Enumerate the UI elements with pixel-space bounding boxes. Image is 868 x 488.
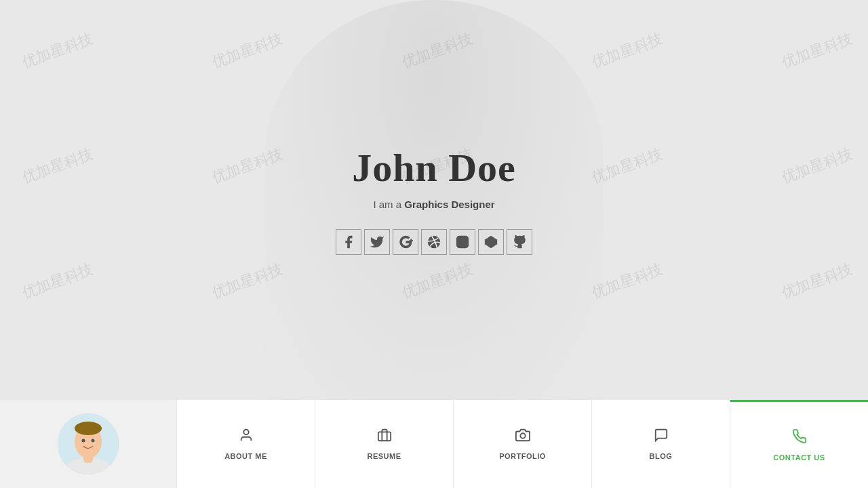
nav-item-blog[interactable]: BLOG	[591, 400, 730, 488]
social-icons-container	[336, 229, 532, 255]
hero-name: John Doe	[336, 145, 532, 190]
chat-icon	[654, 428, 669, 447]
instagram-icon	[455, 235, 470, 249]
google-plus-icon	[398, 235, 413, 249]
hero-subtitle: I am a Graphics Designer	[336, 199, 532, 210]
github-icon-button[interactable]	[507, 229, 532, 255]
nav-item-resume[interactable]: RESUME	[315, 400, 453, 488]
nav-item-about[interactable]: ABOUT ME	[176, 400, 315, 488]
briefcase-icon	[377, 428, 392, 447]
camera-icon	[515, 428, 530, 447]
github-icon	[512, 235, 527, 249]
person-icon	[239, 428, 254, 447]
hero-content: John Doe I am a Graphics Designer	[336, 145, 532, 255]
phone-icon	[792, 429, 807, 448]
hero-section: 优加星科技 优加星科技 优加星科技 优加星科技 优加星科技 优加星科技 优加星科…	[0, 0, 868, 400]
svg-rect-1	[456, 236, 469, 248]
avatar-svg	[58, 413, 119, 474]
nav-item-blog-label: BLOG	[650, 452, 673, 460]
svg-rect-13	[378, 432, 390, 441]
nav-bar: ABOUT ME RESUME PORTFOLIO	[0, 400, 868, 488]
google-plus-icon-button[interactable]	[393, 229, 418, 255]
twitter-icon-button[interactable]	[364, 229, 390, 255]
codepen-icon-button[interactable]	[478, 229, 504, 255]
svg-point-14	[520, 433, 525, 438]
svg-point-11	[92, 439, 95, 443]
instagram-icon-button[interactable]	[450, 229, 475, 255]
facebook-icon	[341, 235, 356, 249]
nav-item-contact[interactable]: CONTACT US	[730, 400, 868, 488]
nav-item-portfolio-label: PORTFOLIO	[499, 452, 546, 460]
nav-item-about-label: ABOUT ME	[224, 452, 267, 460]
svg-point-9	[75, 422, 102, 435]
codepen-icon	[484, 235, 498, 249]
twitter-icon	[370, 235, 384, 249]
nav-item-contact-label: CONTACT US	[773, 453, 825, 462]
nav-items: ABOUT ME RESUME PORTFOLIO	[176, 400, 868, 488]
nav-item-resume-label: RESUME	[367, 452, 401, 460]
svg-point-12	[243, 430, 248, 434]
svg-point-10	[82, 439, 85, 443]
facebook-icon-button[interactable]	[336, 229, 361, 255]
dribbble-icon-button[interactable]	[421, 229, 447, 255]
nav-item-portfolio[interactable]: PORTFOLIO	[453, 400, 591, 488]
avatar-section	[0, 400, 176, 488]
dribbble-icon	[427, 235, 441, 249]
